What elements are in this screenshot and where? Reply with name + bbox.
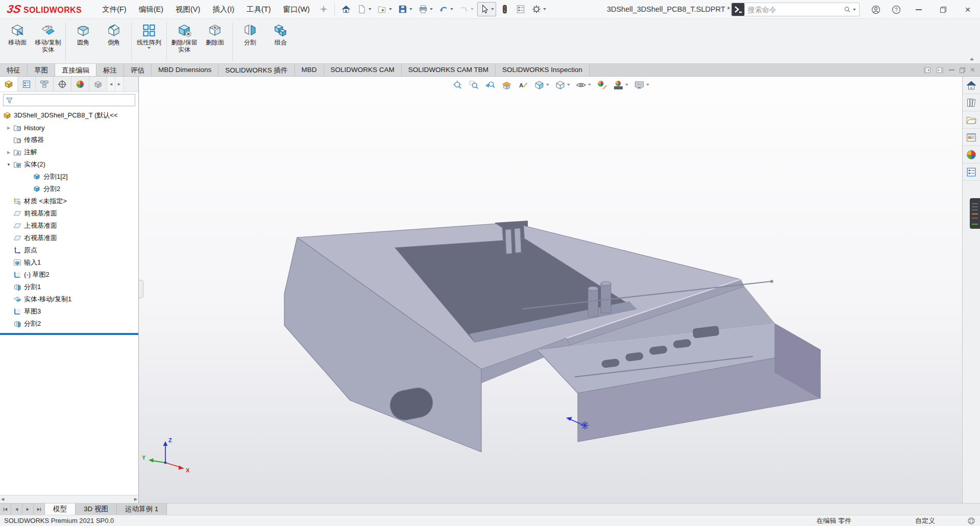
taskpane-view-palette-button[interactable] bbox=[963, 129, 980, 146]
taskpane-custom-properties-button[interactable] bbox=[963, 163, 980, 181]
headsup-previous-view-button[interactable] bbox=[484, 78, 497, 91]
tree-tab-configurationmanager[interactable] bbox=[36, 77, 54, 91]
tree-item-solid-body[interactable]: 分割2 bbox=[0, 183, 138, 195]
tree-expand-arrow-icon[interactable]: ▶ bbox=[4, 150, 13, 155]
qat-options-button[interactable] bbox=[529, 2, 548, 16]
tree-item-history[interactable]: ▶History bbox=[0, 122, 138, 134]
tree-item-move-copy-s[interactable]: 实体-移动/复制1 bbox=[0, 293, 138, 305]
viewport-canvas[interactable]: Z X Y bbox=[139, 77, 962, 503]
tree-tab-dimxpertmanager[interactable] bbox=[54, 77, 71, 91]
tree-tabs-scroll-left-button[interactable]: ◀ bbox=[107, 77, 115, 91]
headsup-annotation-view-button[interactable] bbox=[517, 78, 529, 91]
tree-expand-arrow-icon[interactable]: ▶ bbox=[4, 126, 13, 130]
user-account-button[interactable] bbox=[866, 0, 886, 19]
panel-splitter-handle[interactable] bbox=[139, 280, 143, 298]
command-tab[interactable]: 直接编辑 bbox=[55, 64, 96, 76]
qat-open-button[interactable] bbox=[375, 2, 394, 16]
command-search[interactable] bbox=[731, 3, 860, 16]
sheet-nav-next-button[interactable] bbox=[22, 504, 34, 515]
taskpane-design-library-button[interactable] bbox=[963, 94, 980, 111]
taskpane-appearances-button[interactable] bbox=[963, 146, 980, 163]
tree-item-sketch[interactable]: 草图3 bbox=[0, 305, 138, 318]
qat-redo-button[interactable] bbox=[457, 2, 476, 16]
taskpane-home-button[interactable] bbox=[963, 77, 980, 94]
collapse-panel-left-icon[interactable] bbox=[923, 66, 931, 74]
qat-rebuild-button[interactable] bbox=[498, 2, 512, 16]
qat-new-button[interactable] bbox=[355, 2, 374, 16]
qat-properties-button[interactable] bbox=[513, 2, 528, 16]
status-customize-button[interactable]: 自定义 bbox=[915, 516, 935, 525]
tree-tab-more[interactable] bbox=[89, 77, 107, 91]
taskpane-file-explorer-button[interactable] bbox=[963, 111, 980, 129]
headsup-apply-scene-button[interactable] bbox=[612, 78, 629, 91]
tree-item-part[interactable]: 3DShell_3DShell_PCB8_T (默认<< bbox=[0, 109, 138, 122]
ribbon-button-combine[interactable]: 组合 bbox=[265, 21, 296, 47]
command-tab[interactable]: SOLIDWORKS CAM bbox=[324, 64, 402, 76]
qat-home-button[interactable] bbox=[339, 2, 353, 16]
globe-icon[interactable] bbox=[967, 516, 976, 525]
ribbon-collapse-button[interactable] bbox=[970, 58, 974, 60]
menu-item[interactable]: 视图(V) bbox=[169, 1, 206, 18]
sheet-nav-prev-button[interactable] bbox=[11, 504, 22, 515]
window-restore-button[interactable] bbox=[931, 0, 955, 19]
tree-tab-propertymanager[interactable] bbox=[18, 77, 36, 91]
tree-item-plane[interactable]: 前视基准面 bbox=[0, 207, 138, 220]
command-tab[interactable]: 特征 bbox=[0, 64, 28, 76]
tree-item-split-feature[interactable]: 分割2 bbox=[0, 318, 138, 330]
menu-item[interactable]: 工具(T) bbox=[240, 1, 277, 18]
window-minimize-button[interactable] bbox=[906, 0, 931, 19]
qat-print-button[interactable] bbox=[416, 2, 435, 16]
command-tab[interactable]: MBD bbox=[295, 64, 324, 76]
tree-filter-box[interactable] bbox=[3, 94, 135, 106]
orientation-triad[interactable]: Z X Y bbox=[142, 437, 190, 473]
search-dropdown-caret[interactable] bbox=[853, 9, 856, 11]
tree-item-material[interactable]: 材质 <未指定> bbox=[0, 195, 138, 207]
tree-tab-displaymanager[interactable] bbox=[71, 77, 89, 91]
command-tab[interactable]: 草图 bbox=[28, 64, 55, 76]
tree-item-split-feature[interactable]: 分割1 bbox=[0, 281, 138, 293]
document-tab[interactable]: 运动算例 1 bbox=[117, 504, 167, 515]
pin-menu-button[interactable] bbox=[317, 3, 330, 16]
command-tab[interactable]: 标注 bbox=[96, 64, 124, 76]
tree-item-bodies[interactable]: ▼实体(2) bbox=[0, 158, 138, 171]
document-close-icon[interactable]: × bbox=[970, 66, 975, 74]
document-tab[interactable]: 模型 bbox=[45, 504, 76, 515]
rollback-bar[interactable] bbox=[0, 333, 138, 335]
command-tab[interactable]: SOLIDWORKS CAM TBM bbox=[402, 64, 496, 76]
ribbon-button-move-copy-body[interactable]: 移动/复制实体 bbox=[33, 21, 63, 54]
tree-tabs-scroll-right-button[interactable]: ▶ bbox=[115, 77, 124, 91]
ribbon-button-fillet[interactable]: 圆角 bbox=[68, 21, 99, 47]
tree-item-solid-body[interactable]: 分割1[2] bbox=[0, 171, 138, 183]
headsup-hide-show-items-button[interactable] bbox=[575, 78, 592, 91]
tree-item-plane[interactable]: 右视基准面 bbox=[0, 232, 138, 244]
sheet-nav-first-button[interactable] bbox=[0, 504, 11, 515]
command-tab[interactable]: SOLIDWORKS 插件 bbox=[218, 64, 295, 76]
ribbon-button-split[interactable]: 分割 bbox=[235, 21, 265, 47]
ribbon-button-linear-pattern[interactable]: 线性阵列 bbox=[134, 21, 164, 50]
graphics-area[interactable]: Z X Y bbox=[139, 77, 962, 503]
tree-horizontal-scrollbar[interactable]: ◀ ▶ bbox=[0, 495, 138, 503]
tree-item-sketch[interactable]: (-) 草图2 bbox=[0, 269, 138, 281]
search-input[interactable] bbox=[745, 6, 843, 14]
headsup-view-orientation-button[interactable] bbox=[533, 78, 550, 91]
command-tab[interactable]: MBD Dimensions bbox=[152, 64, 218, 76]
headsup-view-settings-button[interactable] bbox=[633, 78, 650, 91]
document-minimize-icon[interactable] bbox=[949, 69, 954, 70]
tree-item-origin[interactable]: 原点 bbox=[0, 244, 138, 256]
ribbon-button-delete-face[interactable]: 删除面 bbox=[200, 21, 230, 47]
menu-item[interactable]: 窗口(W) bbox=[277, 1, 316, 18]
ribbon-button-chamfer[interactable]: 倒角 bbox=[99, 21, 129, 47]
expand-panel-right-icon[interactable] bbox=[936, 66, 944, 74]
headsup-display-style-button[interactable] bbox=[554, 78, 571, 91]
help-button[interactable] bbox=[886, 0, 906, 19]
tree-expand-arrow-icon[interactable]: ▼ bbox=[4, 162, 13, 167]
tree-item-imported-body[interactable]: 输入1 bbox=[0, 256, 138, 269]
qat-cursor-button[interactable] bbox=[477, 2, 496, 16]
window-close-button[interactable]: × bbox=[955, 0, 980, 19]
scroll-right-arrow-icon[interactable]: ▶ bbox=[134, 497, 137, 501]
tree-item-plane[interactable]: 上视基准面 bbox=[0, 220, 138, 232]
headsup-edit-appearance-button[interactable] bbox=[596, 78, 608, 91]
command-tab[interactable]: 评估 bbox=[124, 64, 152, 76]
command-tab[interactable]: SOLIDWORKS Inspection bbox=[496, 64, 590, 76]
tree-filter-input[interactable] bbox=[15, 97, 133, 104]
